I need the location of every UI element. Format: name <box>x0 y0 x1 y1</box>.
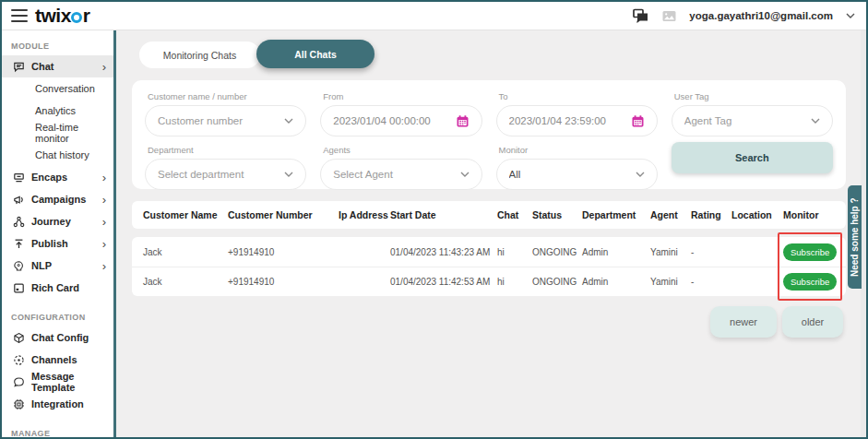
sidebar-item-label: Encaps <box>31 172 67 183</box>
encaps-icon <box>12 172 25 184</box>
sidebar-item-label: Journey <box>31 216 71 227</box>
megaphone-icon <box>12 194 25 206</box>
department-select[interactable]: Select department <box>145 159 306 190</box>
rich-card-icon <box>12 282 25 294</box>
chevron-right-icon: › <box>102 260 106 272</box>
avatar-image-icon[interactable] <box>662 10 676 22</box>
cell-customer-name: Jack <box>143 247 228 257</box>
sidebar-item-analytics[interactable]: Analytics <box>2 100 113 122</box>
section-module: MODULE <box>2 30 113 55</box>
publish-upload-icon <box>12 238 25 250</box>
sidebar-item-conversation[interactable]: Conversation <box>2 77 113 100</box>
search-button[interactable]: Search <box>672 142 833 173</box>
date-value: 2023/01/04 00:00:00 <box>333 115 455 126</box>
cell-start-date: 01/04/2023 11:42:53 AM <box>390 277 497 287</box>
cell-agent: Yamini <box>650 247 691 257</box>
topbar: twixr yoga.gayathri10@gmail.com <box>2 2 866 30</box>
col-ip-address: Ip Address <box>339 209 390 220</box>
chevron-right-icon: › <box>102 194 106 206</box>
chip-icon <box>12 398 25 410</box>
select-placeholder: Select Agent <box>333 169 459 180</box>
app-window: twixr yoga.gayathri10@gmail.com MODULE C… <box>0 0 868 439</box>
select-placeholder: Select department <box>158 169 284 180</box>
chevron-right-icon: › <box>102 61 106 73</box>
from-date-input[interactable]: 2023/01/04 00:00:00 <box>320 105 482 136</box>
col-rating: Rating <box>691 209 731 220</box>
section-configuration: CONFIGURATION <box>2 299 113 326</box>
chevron-down-icon <box>636 172 645 177</box>
sidebar-item-integration[interactable]: Integration <box>2 393 113 415</box>
col-department: Department <box>582 209 650 220</box>
filter-label: Customer name / number <box>148 91 306 101</box>
col-customer-number: Customer Number <box>228 209 339 220</box>
agent-select[interactable]: Select Agent <box>320 159 482 190</box>
col-location: Location <box>731 209 783 220</box>
cell-chat: hi <box>497 247 532 257</box>
filter-agents: Agents Select Agent <box>320 142 482 190</box>
agent-tag-select[interactable]: Agent Tag <box>672 105 833 136</box>
cube-icon <box>12 332 25 344</box>
chats-forum-icon[interactable] <box>632 8 649 24</box>
filter-label: To <box>499 91 658 101</box>
logo-o-icon <box>71 12 82 23</box>
sidebar-item-journey[interactable]: Journey › <box>2 210 113 232</box>
sidebar-item-label: Channels <box>31 354 77 365</box>
select-placeholder: Customer number <box>158 115 284 126</box>
chevron-right-icon: › <box>102 238 106 250</box>
cell-monitor: Subscribe <box>783 243 837 261</box>
sidebar-item-message-template[interactable]: Message Template <box>2 371 113 393</box>
account-chevron-down-icon[interactable] <box>846 13 855 18</box>
channels-focus-icon <box>12 354 25 366</box>
to-date-input[interactable]: 2023/01/04 23:59:00 <box>496 105 658 136</box>
cell-department: Admin <box>582 247 650 257</box>
chevron-down-icon <box>284 118 293 124</box>
sidebar-item-rich-card[interactable]: Rich Card <box>2 277 113 299</box>
sidebar-item-campaigns[interactable]: Campaigns › <box>2 188 113 210</box>
sidebar-item-encaps[interactable]: Encaps › <box>2 166 113 188</box>
sidebar-item-label: Campaigns <box>31 194 86 205</box>
tab-all-chats[interactable]: All Chats <box>256 40 375 68</box>
filter-panel: Customer name / number Customer number F… <box>132 80 846 189</box>
tab-label: All Chats <box>294 49 337 60</box>
newer-button[interactable]: newer <box>710 306 777 338</box>
subscribe-button[interactable]: Subscribe <box>783 273 837 291</box>
filter-label: Agents <box>323 145 482 155</box>
brand-text-pre: twix <box>35 5 71 27</box>
chevron-down-icon <box>284 172 293 177</box>
cell-department: Admin <box>582 277 650 287</box>
col-monitor: Monitor <box>783 209 835 220</box>
hamburger-menu-icon[interactable] <box>11 9 28 22</box>
table-body: Jack +91914910 01/04/2023 11:43:23 AM hi… <box>132 237 846 296</box>
sidebar-item-publish[interactable]: Publish › <box>2 232 113 255</box>
tab-monitoring-chats[interactable]: Monitoring Chats <box>139 42 260 68</box>
cell-rating: - <box>691 247 731 257</box>
select-value: All <box>509 169 636 180</box>
sidebar-subitem-label: Real-time monitor <box>35 122 113 144</box>
sidebar-item-label: Chat <box>31 61 54 72</box>
sidebar-item-chat-history[interactable]: Chat history <box>2 144 113 166</box>
filter-from: From 2023/01/04 00:00:00 <box>320 89 482 136</box>
sidebar-item-nlp[interactable]: NLP › <box>2 255 113 277</box>
chevron-right-icon: › <box>102 216 106 228</box>
customer-number-select[interactable]: Customer number <box>145 105 306 136</box>
filter-label: From <box>323 91 482 101</box>
chat-icon <box>12 61 25 73</box>
subscribe-button[interactable]: Subscribe <box>783 243 837 261</box>
cell-monitor: Subscribe <box>783 273 837 291</box>
sidebar-item-label: Integration <box>31 398 84 409</box>
filter-department: Department Select department <box>145 142 306 190</box>
older-button[interactable]: older <box>782 306 843 338</box>
sidebar-item-chat[interactable]: Chat › <box>2 55 113 77</box>
sidebar: MODULE Chat › Conversation Analytics Rea… <box>2 30 116 437</box>
sidebar-item-channels[interactable]: Channels <box>2 349 113 371</box>
need-help-tab[interactable]: Need some help ? <box>848 185 862 289</box>
user-email[interactable]: yoga.gayathri10@gmail.com <box>689 10 833 21</box>
sidebar-item-chat-config[interactable]: Chat Config <box>2 326 113 349</box>
section-manage: MANAGE <box>2 415 113 437</box>
tab-label: Monitoring Chats <box>163 50 236 61</box>
monitor-select[interactable]: All <box>496 159 658 190</box>
sidebar-item-realtime-monitor[interactable]: Real-time monitor <box>2 122 113 144</box>
filter-label: Department <box>148 145 306 155</box>
calendar-icon <box>456 114 470 128</box>
topbar-right: yoga.gayathri10@gmail.com <box>632 8 855 24</box>
